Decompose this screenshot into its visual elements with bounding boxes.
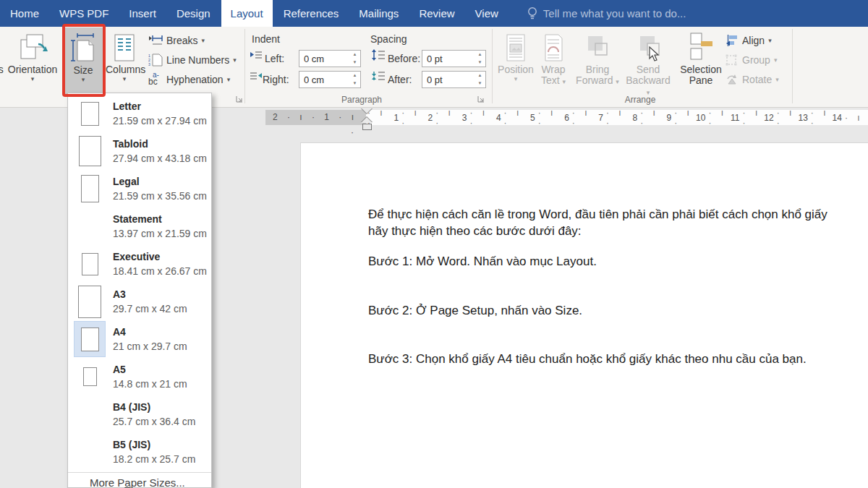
ruler-cell: · ı ·13: [775, 110, 809, 125]
orientation-icon: [1, 31, 64, 64]
paper-icon: [81, 328, 99, 351]
spacing-before-input[interactable]: 0 pt ▲▼: [422, 50, 486, 67]
indent-right-stepper[interactable]: ▲▼: [350, 72, 359, 87]
breaks-icon: [148, 35, 163, 46]
tell-me-placeholder: Tell me what you want to do...: [543, 7, 686, 20]
more-paper-sizes-button[interactable]: More Paper Sizes...: [68, 472, 211, 488]
paper-size-name: B5 (JIS): [113, 439, 195, 451]
align-button[interactable]: Align ▾: [726, 33, 772, 48]
paper-size-option[interactable]: B4 (JIS) 25.7 cm x 36.4 cm: [68, 395, 211, 433]
paper-size-option[interactable]: A5 14.8 cm x 21 cm: [68, 358, 211, 395]
ribbon-tab-bar: HomeWPS PDFInsertDesignLayoutReferencesM…: [0, 0, 868, 27]
paper-size-name: A5: [113, 364, 187, 376]
send-backward-button[interactable]: SendBackward ▾: [624, 31, 673, 98]
paper-size-option[interactable]: B5 (JIS) 18.2 cm x 25.7 cm: [68, 433, 211, 471]
paper-size-name: Legal: [113, 176, 207, 188]
ruler-margin-section[interactable]: 2 · ı · 1 · ı ·: [265, 110, 366, 125]
indent-right-icon: [250, 72, 263, 82]
paper-icon: [81, 175, 99, 202]
document-line: Để thực hiện cách căn lề trong Word, đầu…: [368, 206, 827, 223]
paper-icon: [82, 253, 98, 275]
spacing-before-icon: [371, 49, 386, 61]
ruler-cell: · ı ·5: [503, 110, 537, 125]
wrap-text-button[interactable]: WrapText ▾: [535, 31, 571, 87]
paper-preview-frame: [74, 283, 106, 320]
left-indent-marker[interactable]: [362, 124, 372, 130]
size-dropdown-menu: Letter 21.59 cm x 27.94 cm Tabloid 27.94…: [67, 93, 212, 488]
paper-size-dimensions: 13.97 cm x 21.59 cm: [113, 228, 207, 240]
tell-me-search[interactable]: Tell me what you want to do...: [527, 0, 686, 27]
paper-size-option[interactable]: Executive 18.41 cm x 26.67 cm: [68, 245, 211, 283]
paper-icon: [83, 367, 97, 386]
ribbon-tab[interactable]: Design: [167, 0, 220, 27]
group-separator: [792, 29, 793, 103]
chevron-down-icon: ▾: [202, 37, 205, 44]
align-icon: [726, 35, 739, 46]
orientation-button[interactable]: Orientation ▾: [1, 31, 64, 82]
chevron-down-icon: ▾: [227, 76, 231, 83]
paper-preview-frame: [74, 321, 106, 357]
paper-icon: [79, 136, 101, 166]
spacing-after-field-label: After:: [388, 74, 412, 85]
first-line-indent-marker[interactable]: [361, 108, 373, 114]
wrap-text-icon: [535, 31, 571, 64]
breaks-button[interactable]: Breaks ▾: [148, 33, 205, 48]
hanging-indent-marker[interactable]: [361, 117, 373, 123]
ribbon-tab[interactable]: Review: [409, 0, 464, 27]
spacing-before-stepper[interactable]: ▲▼: [475, 51, 485, 67]
columns-button[interactable]: Columns ▾: [106, 31, 143, 82]
chevron-down-icon: ▾: [64, 76, 103, 83]
ribbon-tab[interactable]: Home: [1, 0, 48, 27]
indent-left-input[interactable]: 0 cm ▲▼: [299, 50, 361, 67]
chevron-down-icon: ▾: [775, 76, 779, 83]
indent-right-input[interactable]: 0 cm ▲▼: [299, 71, 361, 88]
spacing-after-stepper[interactable]: ▲▼: [475, 72, 485, 87]
position-button[interactable]: Position ▾: [498, 31, 534, 82]
ribbon-tab[interactable]: Insert: [119, 0, 166, 27]
line-numbers-button[interactable]: 1 2 3 Line Numbers ▾: [148, 52, 237, 68]
hyphenation-button[interactable]: a- bc Hyphenation ▾: [148, 72, 230, 87]
group-separator: [244, 29, 245, 103]
paper-size-name: A4: [113, 326, 187, 338]
paper-preview-frame: [74, 434, 106, 470]
chevron-down-icon: ▾: [106, 75, 143, 82]
page-setup-dialog-launcher[interactable]: [236, 95, 243, 103]
columns-icon: [106, 31, 143, 64]
paper-size-name: A3: [113, 288, 187, 301]
bring-forward-button[interactable]: BringForward ▾: [575, 31, 620, 87]
paragraph-dialog-launcher[interactable]: [477, 95, 485, 103]
ruler-cell: · ı ·11: [707, 110, 741, 125]
paper-size-option[interactable]: Letter 21.59 cm x 27.94 cm: [68, 95, 211, 132]
group-separator: [492, 29, 493, 103]
ribbon-tab[interactable]: Layout: [221, 0, 273, 27]
indent-left-stepper[interactable]: ▲▼: [350, 51, 359, 67]
ribbon-tab[interactable]: WPS PDF: [50, 0, 118, 27]
document-line: Bước 2: Ở Page Setup, nhấn vào Size.: [368, 302, 827, 319]
indent-left-icon: [250, 51, 263, 61]
group-button[interactable]: Group ▾: [726, 52, 777, 68]
document-page[interactable]: Để thực hiện cách căn lề trong Word, đầu…: [300, 142, 868, 488]
spacing-after-input[interactable]: 0 pt ▲▼: [422, 71, 486, 88]
paper-size-name: Statement: [113, 213, 207, 226]
ribbon-tab[interactable]: References: [274, 0, 349, 27]
rotate-button[interactable]: Rotate ▾: [726, 72, 779, 87]
paper-size-option[interactable]: A3 29.7 cm x 42 cm: [68, 283, 211, 320]
selection-pane-button[interactable]: SelectionPane: [678, 31, 723, 86]
paper-size-option[interactable]: Legal 21.59 cm x 35.56 cm: [68, 170, 211, 207]
ruler-cell: · ı ·7: [571, 110, 605, 125]
ribbon-tab[interactable]: View: [466, 0, 508, 27]
paper-size-option[interactable]: Statement 13.97 cm x 21.59 cm: [68, 207, 211, 245]
document-line: Bước 1: Mở Word. Nhấn vào mục Layout.: [368, 253, 827, 270]
ruler[interactable]: · ı ·1 · ı ·2 · ı ·3 · ı ·4 · ı ·5 · ı ·…: [366, 110, 868, 125]
ribbon-tab[interactable]: Mailings: [349, 0, 408, 27]
paper-preview-frame: [74, 95, 106, 132]
paper-size-name: Executive: [113, 251, 207, 263]
bring-forward-icon: [575, 31, 620, 64]
size-button[interactable]: Size ▾: [64, 27, 103, 94]
paper-size-option[interactable]: Tabloid 27.94 cm x 43.18 cm: [68, 132, 211, 170]
ruler-cell: · ı ·2: [400, 110, 434, 125]
arrange-group-label: Arrange: [590, 95, 691, 105]
chevron-down-icon: ▾: [616, 78, 619, 85]
paper-size-option[interactable]: A4 21 cm x 29.7 cm: [68, 320, 211, 358]
ruler-cell: · ı ·10: [673, 110, 707, 125]
